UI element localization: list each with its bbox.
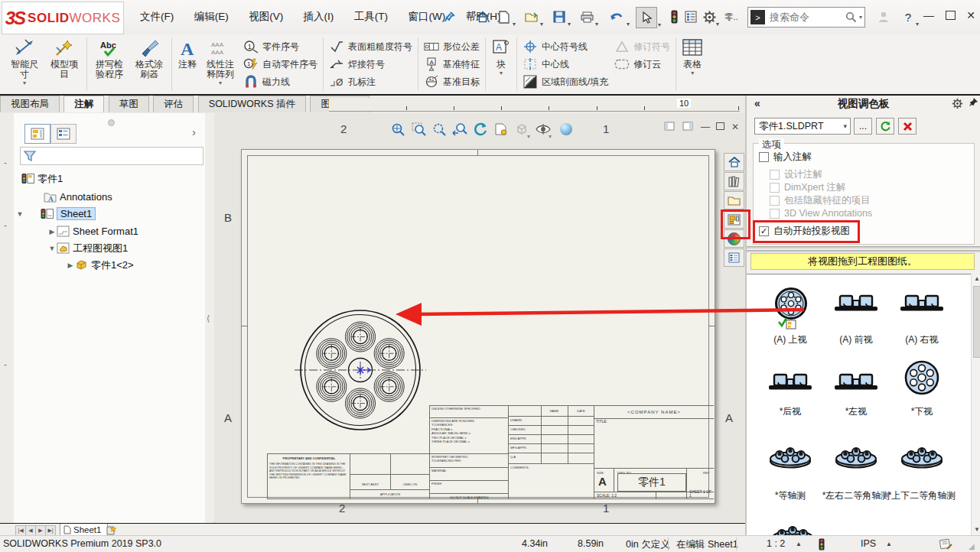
view-label[interactable]: *下视: [887, 406, 956, 417]
checkbox-3d-view-annotations[interactable]: 3D View Annotations: [770, 208, 872, 219]
search-magnifier-icon[interactable]: [845, 11, 857, 23]
view-label[interactable]: *后视: [756, 406, 825, 417]
appearances-tab-button[interactable]: [724, 229, 744, 248]
toolbar-list-button[interactable]: [681, 7, 701, 27]
units-popup-caret[interactable]: ▲: [886, 541, 892, 547]
open-button[interactable]: ▾: [522, 7, 542, 27]
refresh-button[interactable]: [876, 118, 894, 135]
thumb-front-view[interactable]: [835, 294, 877, 312]
document-select[interactable]: 零件1.SLDPRT▾: [754, 118, 851, 135]
view-label[interactable]: (A) 前视: [822, 334, 890, 345]
status-units[interactable]: IPS: [861, 538, 876, 549]
checkbox-box-checked[interactable]: ✓: [759, 226, 769, 236]
thumb-top-view[interactable]: [774, 287, 808, 320]
doc-minimize-button[interactable]: —: [701, 122, 710, 132]
zoom-button[interactable]: [430, 121, 448, 138]
tree-item-sheet-format[interactable]: ▶ Sheet Format1: [14, 223, 205, 239]
split-pane-right-button[interactable]: [682, 122, 693, 131]
home-tab-button[interactable]: [724, 153, 744, 171]
maximize-button[interactable]: [942, 10, 959, 22]
doc-restore-button[interactable]: [716, 122, 724, 132]
scale-popup-caret[interactable]: ▲: [796, 541, 802, 547]
thumb-left-view[interactable]: [835, 372, 877, 391]
thumb-dimetric-tb-view[interactable]: [901, 444, 943, 469]
pane-options-gear-icon[interactable]: [952, 98, 963, 109]
tab-evaluate[interactable]: 评估: [153, 96, 194, 112]
thumb-back-view[interactable]: [769, 372, 812, 391]
blocks-button[interactable]: A 块 ▾: [488, 34, 514, 94]
tree-item-annotations[interactable]: A Annotations: [14, 189, 205, 205]
note-button[interactable]: A 注释: [174, 34, 200, 94]
linear-note-pattern-button[interactable]: AAAAAA 线性注释阵列 ▾: [200, 34, 240, 94]
menu-tools[interactable]: 工具(T): [346, 0, 396, 34]
view-label[interactable]: *左右二等角轴测: [822, 490, 890, 501]
undo-button[interactable]: ▾: [607, 7, 627, 27]
hole-callout-button[interactable]: Ø 孔标注: [329, 73, 412, 90]
add-sheet-button[interactable]: [106, 525, 116, 535]
format-painter-button[interactable]: 格式涂刷器: [129, 34, 169, 94]
save-button[interactable]: ▾: [549, 7, 569, 27]
balloon-button[interactable]: 1 零件序号: [243, 38, 317, 55]
close-palette-button[interactable]: [898, 118, 917, 135]
checkbox-design-annotations[interactable]: 设计注解: [770, 168, 822, 181]
tree-item-part-root[interactable]: 零件1: [14, 170, 205, 187]
checkbox-box[interactable]: [759, 152, 769, 162]
tables-button[interactable]: 表格 ▾: [679, 34, 706, 94]
checkbox-auto-start-projected[interactable]: ✓ 自动开始投影视图: [759, 225, 850, 238]
sheet-properties-button[interactable]: [492, 121, 510, 138]
featuremanager-tree-tab[interactable]: [24, 124, 50, 144]
toolbar-overflow-button[interactable]: 零..: [722, 7, 741, 27]
print-button[interactable]: ▾: [577, 7, 597, 27]
zoom-area-button[interactable]: [409, 121, 428, 138]
last-sheet-button[interactable]: ▶|: [45, 525, 56, 536]
surface-finish-button[interactable]: 表面粗糙度符号: [329, 38, 412, 55]
tree-item-drawing-view[interactable]: ▼ 工程图视图1: [14, 240, 205, 256]
design-library-tab-button[interactable]: [724, 172, 744, 190]
view-palette-tab-button[interactable]: [724, 210, 744, 229]
apply-scene-button[interactable]: [557, 121, 575, 138]
resize-grip[interactable]: ◢: [969, 542, 975, 550]
view-label[interactable]: *左视: [822, 406, 890, 417]
drawing-sheet[interactable]: PROPRIETARY AND CONFIDENTIAL THE INFORMA…: [241, 149, 715, 504]
thumb-right-view[interactable]: [900, 294, 943, 312]
checkbox-import-annotations[interactable]: 输入注解: [759, 151, 812, 164]
status-tags-icon[interactable]: [939, 538, 952, 550]
tree-item-sheet1[interactable]: ▼ Sheet1: [14, 206, 205, 222]
select-button[interactable]: ▾: [636, 7, 657, 28]
search-input[interactable]: [768, 11, 845, 24]
sheet1-tab[interactable]: Sheet1: [60, 524, 108, 536]
new-file-button[interactable]: ▾: [494, 7, 514, 27]
palette-scrollbar[interactable]: ▲ ▼: [971, 274, 980, 535]
options-gear-icon[interactable]: ▾: [699, 7, 719, 27]
tab-addins[interactable]: SOLIDWORKS 插件: [198, 96, 306, 112]
center-mark-button[interactable]: 中心符号线: [523, 38, 608, 55]
graphics-area[interactable]: ▾ ▾ 2 1 2 1 B A A — ✕: [214, 113, 745, 522]
revision-cloud-button[interactable]: 修订云: [614, 56, 670, 73]
user-account-icon[interactable]: [874, 7, 894, 27]
command-search[interactable]: > ▾: [747, 7, 865, 28]
scroll-down-arrow[interactable]: ▼: [972, 524, 980, 535]
drawing-view-top[interactable]: [291, 303, 429, 437]
thumb-partial-view[interactable]: [772, 523, 813, 536]
property-manager-tab[interactable]: [50, 124, 77, 144]
file-explorer-tab-button[interactable]: [724, 191, 744, 209]
close-button[interactable]: ✕: [962, 9, 979, 21]
pin-pane-icon[interactable]: [968, 97, 978, 108]
panel-handle[interactable]: [108, 119, 115, 126]
tree-filter-input[interactable]: [20, 147, 203, 165]
view-label[interactable]: *等轴测: [756, 490, 825, 501]
geometric-tolerance-button[interactable]: 形位公差: [424, 38, 480, 55]
checkbox-dimxpert[interactable]: DimXpert 注解: [770, 181, 846, 194]
tree-item-part-instance[interactable]: ▶ 零件1<2>: [14, 257, 205, 273]
thumb-bottom-view[interactable]: [904, 360, 939, 395]
split-pane-left-button[interactable]: [664, 122, 675, 131]
menu-view[interactable]: 视图(V): [240, 0, 291, 34]
help-button[interactable]: ? ▾: [898, 7, 918, 27]
hide-show-items-button[interactable]: ▾: [534, 121, 552, 138]
custom-properties-tab-button[interactable]: [724, 248, 744, 267]
panel-expand-chevron[interactable]: ›: [192, 125, 196, 138]
display-style-button[interactable]: ▾: [513, 121, 531, 138]
rotate-view-button[interactable]: [471, 121, 490, 138]
next-sheet-button[interactable]: ▶: [35, 525, 46, 536]
thumb-dimetric-lr-view[interactable]: [835, 444, 877, 469]
